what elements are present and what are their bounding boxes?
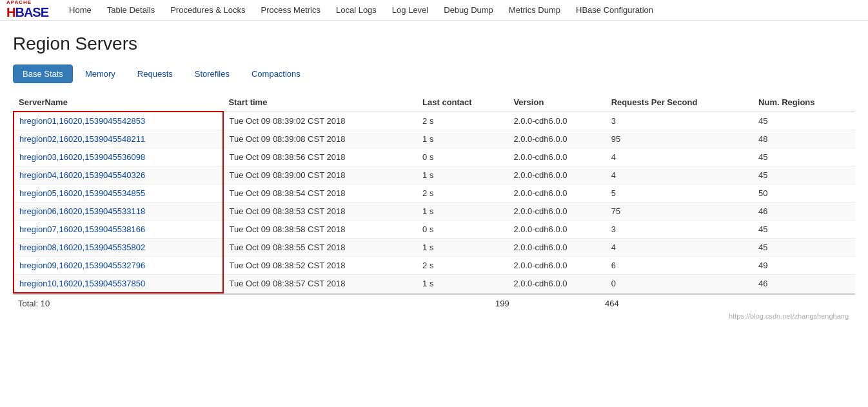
table-details-link[interactable]: Table Details bbox=[99, 5, 163, 15]
region-servers-table: ServerNameStart timeLast contactVersionR… bbox=[13, 94, 855, 293]
debug-dump-link[interactable]: Debug Dump bbox=[436, 5, 501, 15]
version-cell: 2.0.0-cdh6.0.0 bbox=[508, 275, 606, 293]
totals-start-spacer bbox=[199, 299, 340, 308]
server-link[interactable]: hregion04,16020,1539045540326 bbox=[19, 170, 145, 180]
table-row: hregion07,16020,1539045538166Tue Oct 09 … bbox=[14, 221, 855, 239]
table-row: hregion03,16020,1539045536098Tue Oct 09 … bbox=[14, 148, 855, 166]
server-name-cell: hregion01,16020,1539045542853 bbox=[14, 112, 223, 130]
process-metrics-link[interactable]: Process Metrics bbox=[253, 5, 328, 15]
server-name-cell: hregion07,16020,1539045538166 bbox=[14, 221, 223, 239]
start-time-cell: Tue Oct 09 08:38:58 CST 2018 bbox=[223, 221, 417, 239]
server-link[interactable]: hregion10,16020,1539045537850 bbox=[19, 279, 145, 288]
last-contact-cell: 1 s bbox=[417, 239, 508, 257]
tab-memory[interactable]: Memory bbox=[75, 65, 125, 83]
last-contact-cell: 1 s bbox=[417, 275, 508, 293]
last-contact-cell: 2 s bbox=[417, 184, 508, 203]
server-name-cell: hregion02,16020,1539045548211 bbox=[14, 130, 223, 148]
hbase-config-link[interactable]: HBase Configuration bbox=[568, 5, 661, 15]
totals-count: Total: 10 bbox=[18, 299, 199, 308]
version-cell: 2.0.0-cdh6.0.0 bbox=[508, 239, 606, 257]
server-link[interactable]: hregion07,16020,1539045538166 bbox=[19, 224, 145, 234]
server-name-cell: hregion08,16020,1539045535802 bbox=[14, 239, 223, 257]
tab-base-stats[interactable]: Base Stats bbox=[13, 65, 73, 83]
start-time-cell: Tue Oct 09 08:38:53 CST 2018 bbox=[223, 203, 417, 221]
server-link[interactable]: hregion03,16020,1539045536098 bbox=[19, 152, 145, 162]
version-cell: 2.0.0-cdh6.0.0 bbox=[508, 130, 606, 148]
regions-cell: 48 bbox=[753, 130, 855, 148]
page-title: Region Servers bbox=[13, 34, 855, 54]
regions-cell: 45 bbox=[753, 166, 855, 184]
server-name-cell: hregion04,16020,1539045540326 bbox=[14, 166, 223, 184]
version-cell: 2.0.0-cdh6.0.0 bbox=[508, 221, 606, 239]
watermark: https://blog.csdn.net/zhangshenghang bbox=[13, 312, 855, 323]
start-time-cell: Tue Oct 09 08:38:56 CST 2018 bbox=[223, 148, 417, 166]
last-contact-cell: 2 s bbox=[417, 257, 508, 275]
regions-cell: 50 bbox=[753, 184, 855, 203]
rps-cell: 6 bbox=[606, 257, 753, 275]
start-time-cell: Tue Oct 09 08:39:00 CST 2018 bbox=[223, 166, 417, 184]
metrics-dump-link[interactable]: Metrics Dump bbox=[501, 5, 568, 15]
regions-cell: 45 bbox=[753, 112, 855, 130]
last-contact-cell: 1 s bbox=[417, 130, 508, 148]
totals-bar: Total: 10 199 464 bbox=[13, 293, 855, 312]
totals-rps: 199 bbox=[495, 299, 605, 308]
totals-version-spacer bbox=[411, 299, 495, 308]
server-name-cell: hregion10,16020,1539045537850 bbox=[14, 275, 223, 293]
version-cell: 2.0.0-cdh6.0.0 bbox=[508, 166, 606, 184]
procedures-locks-link[interactable]: Procedures & Locks bbox=[163, 5, 253, 15]
server-link[interactable]: hregion05,16020,1539045534855 bbox=[19, 188, 145, 198]
server-link[interactable]: hregion02,16020,1539045548211 bbox=[19, 134, 145, 144]
local-logs-link[interactable]: Local Logs bbox=[328, 5, 384, 15]
apache-text: APACHE bbox=[6, 0, 48, 5]
col-num-regions: Num. Regions bbox=[753, 94, 855, 112]
tab-storefiles[interactable]: Storefiles bbox=[185, 65, 239, 83]
last-contact-cell: 1 s bbox=[417, 166, 508, 184]
start-time-cell: Tue Oct 09 08:38:52 CST 2018 bbox=[223, 257, 417, 275]
last-contact-cell: 0 s bbox=[417, 148, 508, 166]
server-name-cell: hregion09,16020,1539045532796 bbox=[14, 257, 223, 275]
server-name-cell: hregion06,16020,1539045533118 bbox=[14, 203, 223, 221]
rps-cell: 4 bbox=[606, 166, 753, 184]
table-header: ServerNameStart timeLast contactVersionR… bbox=[14, 94, 855, 112]
table-row: hregion05,16020,1539045534855Tue Oct 09 … bbox=[14, 184, 855, 203]
table-row: hregion06,16020,1539045533118Tue Oct 09 … bbox=[14, 203, 855, 221]
table-row: hregion01,16020,1539045542853Tue Oct 09 … bbox=[14, 112, 855, 130]
col-start-time: Start time bbox=[223, 94, 417, 112]
table-body: hregion01,16020,1539045542853Tue Oct 09 … bbox=[14, 112, 855, 293]
rps-cell: 3 bbox=[606, 221, 753, 239]
tab-requests[interactable]: Requests bbox=[128, 65, 182, 83]
regions-cell: 46 bbox=[753, 275, 855, 293]
regions-cell: 45 bbox=[753, 148, 855, 166]
version-cell: 2.0.0-cdh6.0.0 bbox=[508, 184, 606, 203]
col-rps: Requests Per Second bbox=[606, 94, 753, 112]
tab-compactions[interactable]: Compactions bbox=[242, 65, 310, 83]
table-row: hregion09,16020,1539045532796Tue Oct 09 … bbox=[14, 257, 855, 275]
table-row: hregion10,16020,1539045537850Tue Oct 09 … bbox=[14, 275, 855, 293]
home-link[interactable]: Home bbox=[61, 5, 99, 15]
server-link[interactable]: hregion09,16020,1539045532796 bbox=[19, 261, 145, 270]
server-link[interactable]: hregion01,16020,1539045542853 bbox=[19, 116, 145, 126]
version-cell: 2.0.0-cdh6.0.0 bbox=[508, 112, 606, 130]
navbar: APACHE HBASE HomeTable DetailsProcedures… bbox=[0, 0, 868, 21]
regions-cell: 46 bbox=[753, 203, 855, 221]
server-link[interactable]: hregion06,16020,1539045533118 bbox=[19, 206, 145, 216]
rps-cell: 5 bbox=[606, 184, 753, 203]
rps-cell: 4 bbox=[606, 239, 753, 257]
version-cell: 2.0.0-cdh6.0.0 bbox=[508, 148, 606, 166]
totals-contact-spacer bbox=[340, 299, 411, 308]
regions-cell: 45 bbox=[753, 239, 855, 257]
log-level-link[interactable]: Log Level bbox=[384, 5, 436, 15]
start-time-cell: Tue Oct 09 08:38:57 CST 2018 bbox=[223, 275, 417, 293]
rps-cell: 75 bbox=[606, 203, 753, 221]
table-row: hregion02,16020,1539045548211Tue Oct 09 … bbox=[14, 130, 855, 148]
regions-cell: 49 bbox=[753, 257, 855, 275]
logo: APACHE HBASE bbox=[6, 0, 48, 20]
tab-bar: Base StatsMemoryRequestsStorefilesCompac… bbox=[13, 65, 855, 83]
start-time-cell: Tue Oct 09 08:38:54 CST 2018 bbox=[223, 184, 417, 203]
last-contact-cell: 2 s bbox=[417, 112, 508, 130]
start-time-cell: Tue Oct 09 08:39:08 CST 2018 bbox=[223, 130, 417, 148]
start-time-cell: Tue Oct 09 08:39:02 CST 2018 bbox=[223, 112, 417, 130]
server-link[interactable]: hregion08,16020,1539045535802 bbox=[19, 243, 145, 252]
col-version: Version bbox=[508, 94, 606, 112]
version-cell: 2.0.0-cdh6.0.0 bbox=[508, 257, 606, 275]
